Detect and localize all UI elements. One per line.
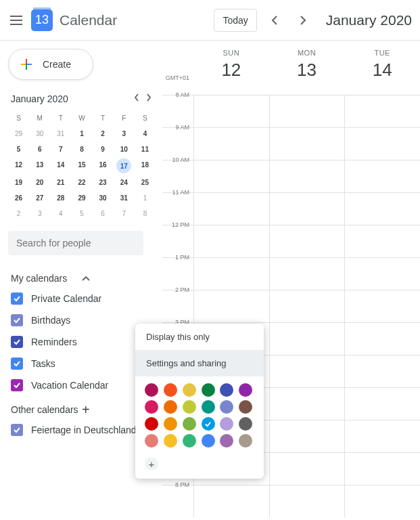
hour-cell[interactable] — [344, 225, 420, 257]
settings-sharing-option[interactable]: Settings and sharing — [135, 350, 264, 376]
color-option[interactable] — [145, 383, 158, 397]
calendar-checkbox[interactable] — [11, 379, 23, 391]
color-option[interactable] — [183, 434, 196, 448]
day-column-header[interactable]: TUE14 — [344, 41, 420, 95]
mini-day[interactable]: 24 — [114, 175, 135, 190]
hour-cell[interactable] — [269, 128, 345, 160]
color-option[interactable] — [183, 383, 196, 397]
hour-cell[interactable] — [269, 453, 345, 485]
calendar-item[interactable]: Reminders — [8, 331, 156, 353]
hour-cell[interactable] — [193, 193, 269, 225]
calendar-item[interactable]: Feiertage in Deutschland — [8, 419, 156, 441]
color-option[interactable] — [202, 417, 215, 431]
create-button[interactable]: Create — [8, 49, 93, 80]
hour-cell[interactable] — [269, 388, 345, 420]
mini-day[interactable]: 30 — [29, 126, 50, 142]
mini-day[interactable]: 15 — [71, 157, 92, 175]
hour-cell[interactable] — [269, 193, 345, 225]
mini-day[interactable]: 27 — [29, 190, 50, 206]
mini-day[interactable]: 30 — [93, 190, 114, 206]
mini-day[interactable]: 1 — [135, 190, 156, 206]
hour-cell[interactable] — [269, 258, 345, 290]
mini-day[interactable]: 2 — [93, 126, 114, 142]
mini-day[interactable]: 3 — [29, 206, 50, 221]
hour-cell[interactable] — [344, 95, 420, 127]
mini-day[interactable]: 28 — [50, 190, 71, 206]
color-option[interactable] — [202, 434, 215, 448]
calendar-item[interactable]: Vacation Calendar — [8, 374, 156, 396]
mini-day[interactable]: 31 — [114, 190, 135, 206]
color-option[interactable] — [164, 383, 177, 397]
search-people-input[interactable] — [8, 231, 143, 255]
color-option[interactable] — [239, 400, 252, 414]
today-button[interactable]: Today — [214, 9, 256, 32]
hour-cell[interactable] — [193, 95, 269, 127]
mini-day[interactable]: 13 — [29, 157, 50, 175]
hour-cell[interactable] — [344, 485, 420, 517]
mini-day[interactable]: 2 — [8, 206, 29, 221]
day-column-header[interactable]: MON13 — [269, 41, 345, 95]
mini-day[interactable]: 4 — [50, 206, 71, 221]
mini-day[interactable]: 14 — [50, 157, 71, 175]
hour-cell[interactable] — [344, 453, 420, 485]
color-option[interactable] — [145, 434, 158, 448]
color-option[interactable] — [239, 383, 252, 397]
hour-cell[interactable] — [269, 160, 345, 192]
hour-cell[interactable] — [344, 323, 420, 355]
mini-day[interactable]: 31 — [50, 126, 71, 142]
mini-day[interactable]: 3 — [114, 126, 135, 142]
color-option[interactable] — [202, 400, 215, 414]
color-option[interactable] — [145, 417, 158, 431]
add-color-button[interactable]: + — [145, 457, 158, 471]
mini-prev-button[interactable] — [133, 92, 141, 105]
color-option[interactable] — [164, 400, 177, 414]
hour-cell[interactable] — [344, 258, 420, 290]
hour-cell[interactable] — [344, 420, 420, 452]
mini-day[interactable]: 6 — [93, 206, 114, 221]
calendar-checkbox[interactable] — [11, 358, 23, 370]
mini-day[interactable]: 17 — [114, 157, 135, 175]
hour-cell[interactable] — [269, 95, 345, 127]
hour-cell[interactable] — [193, 485, 269, 517]
mini-day[interactable]: 29 — [8, 126, 29, 142]
color-option[interactable] — [220, 417, 233, 431]
mini-day[interactable]: 10 — [114, 142, 135, 157]
mini-day[interactable]: 7 — [50, 142, 71, 157]
mini-day[interactable]: 5 — [8, 142, 29, 157]
mini-day[interactable]: 12 — [8, 157, 29, 175]
mini-day[interactable]: 11 — [135, 142, 156, 157]
color-option[interactable] — [202, 383, 215, 397]
hour-cell[interactable] — [269, 355, 345, 387]
mini-day[interactable]: 4 — [135, 126, 156, 142]
color-option[interactable] — [220, 400, 233, 414]
hour-cell[interactable] — [344, 128, 420, 160]
mini-day[interactable]: 19 — [8, 175, 29, 190]
hour-cell[interactable] — [193, 225, 269, 257]
color-option[interactable] — [164, 434, 177, 448]
hour-cell[interactable] — [344, 355, 420, 387]
hour-cell[interactable] — [344, 290, 420, 322]
other-calendars-header[interactable]: Other calendars + — [8, 400, 156, 419]
mini-day[interactable]: 7 — [114, 206, 135, 221]
color-option[interactable] — [220, 383, 233, 397]
mini-day[interactable]: 9 — [93, 142, 114, 157]
calendar-checkbox[interactable] — [11, 336, 23, 348]
mini-day[interactable]: 5 — [71, 206, 92, 221]
calendar-item[interactable]: Tasks — [8, 353, 156, 374]
calendar-checkbox[interactable] — [11, 314, 23, 326]
hour-cell[interactable] — [269, 225, 345, 257]
mini-day[interactable]: 23 — [93, 175, 114, 190]
day-column-header[interactable]: SUN12 — [193, 41, 269, 95]
calendar-checkbox[interactable] — [11, 424, 23, 436]
hour-cell[interactable] — [269, 485, 345, 517]
color-option[interactable] — [239, 434, 252, 448]
color-option[interactable] — [220, 434, 233, 448]
color-option[interactable] — [183, 417, 196, 431]
next-period-button[interactable] — [292, 9, 314, 31]
calendar-item[interactable]: Private Calendar — [8, 288, 156, 309]
mini-day[interactable]: 29 — [71, 190, 92, 206]
display-only-option[interactable]: Display this only — [135, 324, 264, 350]
mini-day[interactable]: 6 — [29, 142, 50, 157]
color-option[interactable] — [145, 400, 158, 414]
mini-day[interactable]: 26 — [8, 190, 29, 206]
